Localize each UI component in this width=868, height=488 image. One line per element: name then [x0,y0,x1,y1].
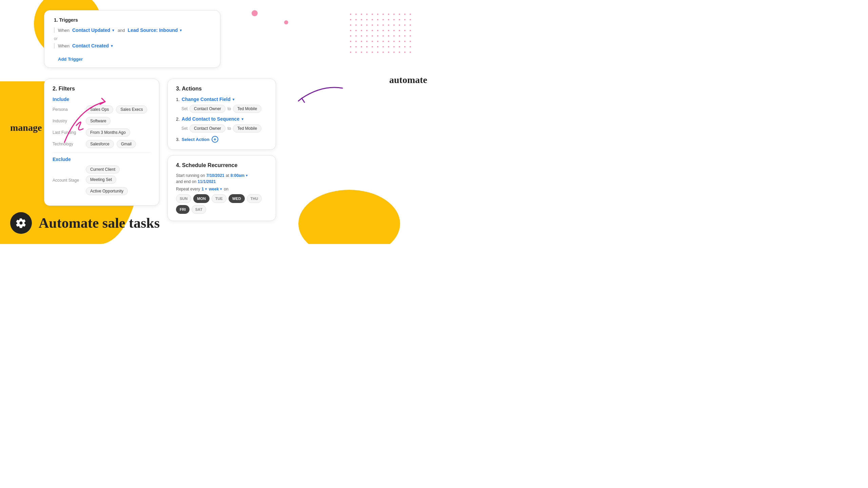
contact-owner-tag-1: Contact Owner [190,105,225,113]
exclude-label: Exclude [53,157,151,162]
main-tagline: Automate sale tasks [39,215,160,231]
start-time[interactable]: 8:00am ▼ [231,173,248,178]
day-thu[interactable]: THU [247,194,262,203]
actions-title: 3. Actions [176,86,268,92]
account-stage-field-label: Account Stage [53,178,83,183]
action-2-number: 2. [176,117,180,122]
triggers-title: 1. Triggers [54,17,211,23]
repeat-num-dd[interactable]: 1 ▼ [201,187,208,191]
days-row: SUN MON TUE WED THU FRI SAT [176,194,268,214]
gear-icon-circle [10,212,32,234]
select-action-row: 3. Select Action + [176,136,268,143]
action-1-detail: Set Contact Owner to Ted Mobile [176,105,268,113]
account-stage-filter-row: Account Stage Current Client Meeting Set… [53,165,151,195]
contact-created-btn[interactable]: Contact Created ▼ [72,43,114,48]
actions-card: 3. Actions 1. Change Contact Field ▼ Set… [167,79,276,150]
action-2-detail: Set Contact Owner to Ted Mobile [176,124,268,133]
active-opportunity-tag: Active Opportunity [86,187,128,195]
meeting-set-tag: Meeting Set [86,176,116,184]
contact-owner-tag-2: Contact Owner [190,124,225,133]
end-date: 11/1/2021 [198,179,216,184]
triggers-card: 1. Triggers When Contact Updated ▼ and L… [44,10,220,68]
schedule-title: 4. Schedule Recurrence [176,162,268,168]
manage-triggers-arrow [58,95,119,150]
when-label-2: When [58,43,70,48]
when-label-1: When [58,28,70,33]
day-fri[interactable]: FRI [176,205,190,214]
action-2: 2. Add Contact to Sequence ▼ Set Contact… [176,116,268,133]
filters-title: 2. Filters [53,86,151,92]
current-client-tag: Current Client [86,165,120,174]
select-action-btn[interactable]: Select Action + [182,136,218,143]
start-date: 7/10/2021 [206,173,224,178]
action-2-title: 2. Add Contact to Sequence ▼ [176,116,268,122]
bottom-text-area: Automate sale tasks [10,212,160,234]
right-cards: 3. Actions 1. Change Contact Field ▼ Set… [167,79,276,221]
day-sat[interactable]: SAT [192,205,206,214]
automate-arrow [288,81,349,110]
ted-mobile-tag-2: Ted Mobile [233,124,261,133]
filter-divider [53,152,151,152]
trigger-row-1: When Contact Updated ▼ and Lead Source: … [54,27,211,33]
day-wed[interactable]: WED [229,194,245,203]
sales-execs-tag: Sales Execs [116,105,147,114]
or-label: or [54,36,211,41]
ted-mobile-tag-1: Ted Mobile [233,105,261,113]
change-contact-field-btn[interactable]: Change Contact Field ▼ [182,97,235,102]
lead-source-btn[interactable]: Lead Source: Inbound ▼ [128,27,183,33]
schedule-repeat-row: Repeat every 1 ▼ week ▼ on [176,187,268,191]
day-sun[interactable]: SUN [176,194,191,203]
contact-updated-btn[interactable]: Contact Updated ▼ [72,27,115,33]
action-1: 1. Change Contact Field ▼ Set Contact Ow… [176,97,268,113]
select-action-number: 3. [176,137,180,142]
action-1-number: 1. [176,97,180,102]
gear-icon [16,218,26,228]
add-trigger-btn[interactable]: Add Trigger [54,57,83,62]
plus-icon: + [212,136,218,143]
day-tue[interactable]: TUE [212,194,226,203]
action-1-title: 1. Change Contact Field ▼ [176,97,268,102]
day-mon[interactable]: MON [193,194,210,203]
and-label: and [118,28,125,33]
schedule-card: 4. Schedule Recurrence Start running on … [167,155,276,221]
repeat-unit-dd[interactable]: week ▼ [209,187,222,191]
schedule-start-row: Start running on 7/10/2021 at 8:00am ▼ a… [176,173,268,184]
add-contact-sequence-btn[interactable]: Add Contact to Sequence ▼ [182,116,244,122]
trigger-row-2: When Contact Created ▼ [54,43,211,48]
gmail-tag: Gmail [117,140,136,148]
